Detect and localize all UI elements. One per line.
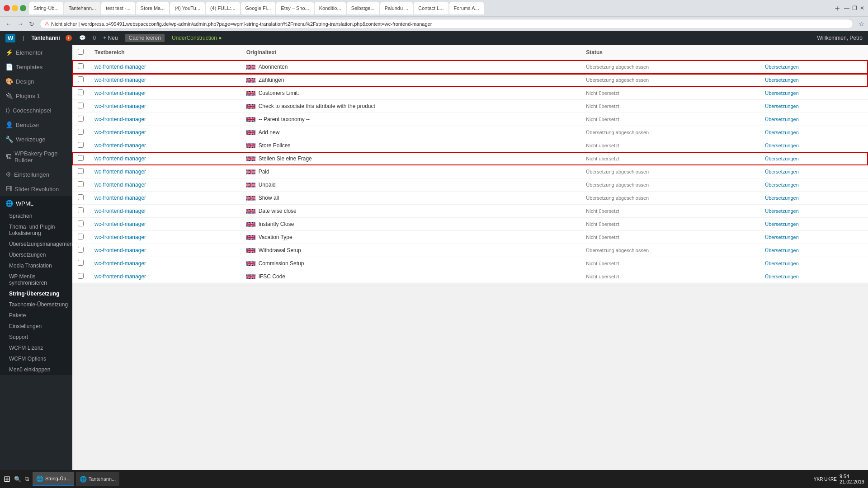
sidebar-item-benutzer[interactable]: 👤Benutzer: [0, 117, 72, 132]
sidebar-item-wpbakery-page-builder[interactable]: 🏗WPBakery Page Builder: [0, 146, 72, 167]
translate-link[interactable]: Übersetzungen: [765, 221, 799, 227]
sidebar-item-codeschnipsel[interactable]: ⟨⟩Codeschnipsel: [0, 103, 72, 117]
sidebar-sub-thema--und-plugin-lokalisierung[interactable]: Thema- und Plugin-Lokalisierung: [0, 221, 72, 239]
sidebar-sub-string-bersetzung[interactable]: String-Übersetzung: [0, 288, 72, 299]
sidebar-sub-wcfm-options[interactable]: WCFM Options: [0, 353, 72, 364]
sidebar-sub-einstellungen[interactable]: Einstellungen: [0, 321, 72, 332]
row-checkbox[interactable]: [78, 129, 84, 135]
translate-link[interactable]: Übersetzungen: [765, 103, 799, 109]
row-checkbox-cell[interactable]: [72, 192, 89, 205]
action-cell[interactable]: Übersetzungen: [760, 178, 868, 192]
browser-tab[interactable]: (4) FULL:...: [206, 2, 240, 14]
sidebar-item-templates[interactable]: 📄Templates: [0, 60, 72, 74]
sidebar-sub-pakete[interactable]: Pakete: [0, 310, 72, 321]
action-cell[interactable]: Übersetzungen: [760, 270, 868, 283]
sidebar-item-wpml[interactable]: 🌐WPML: [0, 196, 72, 211]
bookmark-icon[interactable]: ☆: [859, 20, 864, 28]
sidebar-sub-bersetzungsmanagement[interactable]: Übersetzungsmanagement: [0, 239, 72, 249]
restore-window-icon[interactable]: ❐: [852, 5, 857, 11]
row-checkbox-cell[interactable]: [72, 218, 89, 231]
translate-link[interactable]: Übersetzungen: [765, 117, 799, 122]
translate-link[interactable]: Übersetzungen: [765, 64, 799, 70]
forward-button[interactable]: →: [15, 19, 25, 28]
browser-tab[interactable]: Google Fi...: [241, 2, 276, 14]
action-cell[interactable]: Übersetzungen: [760, 205, 868, 218]
row-checkbox-cell[interactable]: [72, 126, 89, 139]
translate-link[interactable]: Übersetzungen: [765, 182, 799, 188]
translate-link[interactable]: Übersetzungen: [765, 195, 799, 201]
action-cell[interactable]: Übersetzungen: [760, 152, 868, 165]
browser-tab[interactable]: Selbstge...: [347, 2, 379, 14]
translate-link[interactable]: Übersetzungen: [765, 208, 799, 214]
close-button[interactable]: [4, 5, 10, 11]
back-button[interactable]: ←: [4, 19, 14, 28]
sidebar-sub-support[interactable]: Support: [0, 332, 72, 343]
sidebar-sub-men-einklappen[interactable]: Menü einklappen: [0, 364, 72, 375]
action-cell[interactable]: Übersetzungen: [760, 60, 868, 74]
row-checkbox-cell[interactable]: [72, 100, 89, 113]
row-checkbox[interactable]: [78, 181, 84, 187]
action-cell[interactable]: Übersetzungen: [760, 139, 868, 152]
action-cell[interactable]: Übersetzungen: [760, 244, 868, 257]
row-checkbox[interactable]: [78, 63, 84, 69]
translate-link[interactable]: Übersetzungen: [765, 248, 799, 253]
row-checkbox-cell[interactable]: [72, 152, 89, 165]
new-button[interactable]: + Neu: [103, 35, 118, 41]
translate-link[interactable]: Übersetzungen: [765, 130, 799, 135]
navigation-buttons[interactable]: ← → ↻: [4, 19, 36, 28]
row-checkbox[interactable]: [78, 116, 84, 122]
sidebar-sub-bersetzungen[interactable]: Übersetzungen: [0, 249, 72, 260]
action-cell[interactable]: Übersetzungen: [760, 100, 868, 113]
taskbar-app[interactable]: 🌐String-Üb...: [33, 472, 74, 486]
row-checkbox[interactable]: [78, 142, 84, 148]
new-tab-button[interactable]: ＋: [833, 3, 841, 14]
browser-tab[interactable]: (4) YouTu...: [170, 2, 204, 14]
action-cell[interactable]: Übersetzungen: [760, 257, 868, 270]
sidebar-sub-wcfm-lizenz[interactable]: WCFM Lizenz: [0, 343, 72, 353]
sidebar-item-slider-revolution[interactable]: 🎞Slider Revolution: [0, 182, 72, 196]
minimize-button[interactable]: [12, 5, 18, 11]
action-cell[interactable]: Übersetzungen: [760, 126, 868, 139]
translate-link[interactable]: Übersetzungen: [765, 274, 799, 279]
browser-tab[interactable]: test test -...: [101, 2, 135, 14]
browser-tab[interactable]: Tantehann...: [64, 2, 101, 14]
browser-tab[interactable]: Etsy – Sho...: [276, 2, 313, 14]
search-icon[interactable]: 🔍: [14, 476, 21, 483]
translate-link[interactable]: Übersetzungen: [765, 90, 799, 96]
browser-tab[interactable]: String-Üb...: [29, 2, 63, 14]
translate-link[interactable]: Übersetzungen: [765, 235, 799, 240]
reload-button[interactable]: ↻: [27, 19, 36, 28]
row-checkbox-cell[interactable]: [72, 270, 89, 283]
sidebar-item-plugins-1[interactable]: 🔌Plugins 1: [0, 89, 72, 103]
sidebar-sub-media-translation[interactable]: Media Translation: [0, 260, 72, 271]
start-button[interactable]: ⊞: [4, 474, 10, 484]
row-checkbox-cell[interactable]: [72, 74, 89, 87]
under-construction-badge[interactable]: UnderConstruction ●: [172, 35, 222, 41]
browser-tab[interactable]: Konditio...: [315, 2, 346, 14]
window-controls[interactable]: [4, 5, 26, 11]
sidebar-sub-sprachen[interactable]: Sprachen: [0, 211, 72, 221]
action-cell[interactable]: Übersetzungen: [760, 87, 868, 100]
sidebar-sub-taxonomie-bersetzung[interactable]: Taxonomie-Übersetzung: [0, 299, 72, 310]
action-cell[interactable]: Übersetzungen: [760, 231, 868, 244]
row-checkbox[interactable]: [78, 260, 84, 266]
row-checkbox[interactable]: [78, 89, 84, 95]
action-cell[interactable]: Übersetzungen: [760, 74, 868, 87]
maximize-button[interactable]: [20, 5, 26, 11]
sidebar-item-werkzeuge[interactable]: 🔧Werkzeuge: [0, 132, 72, 146]
select-all-checkbox[interactable]: [78, 49, 84, 55]
row-checkbox-cell[interactable]: [72, 113, 89, 126]
taskbar-app[interactable]: 🌐Tantehann...: [76, 472, 120, 486]
browser-tab[interactable]: Store Ma...: [136, 2, 170, 14]
row-checkbox-cell[interactable]: [72, 165, 89, 178]
row-checkbox[interactable]: [78, 273, 84, 279]
browser-tab[interactable]: Palundu ...: [380, 2, 413, 14]
row-checkbox[interactable]: [78, 234, 84, 239]
row-checkbox[interactable]: [78, 155, 84, 161]
url-input[interactable]: ⚠ Nicht sicher | wordpress.p499491.websp…: [40, 19, 853, 29]
row-checkbox[interactable]: [78, 168, 84, 174]
row-checkbox-cell[interactable]: [72, 231, 89, 244]
translate-link[interactable]: Übersetzungen: [765, 156, 799, 161]
row-checkbox-cell[interactable]: [72, 139, 89, 152]
row-checkbox[interactable]: [78, 194, 84, 200]
